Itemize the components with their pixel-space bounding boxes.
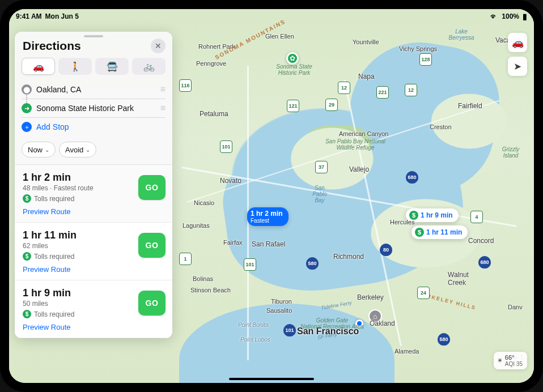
label-san-pablo-bay: San Pablo Bay	[303, 185, 337, 203]
battery-icon: ▮	[523, 12, 527, 21]
home-indicator[interactable]	[229, 378, 314, 380]
shield-12: 12	[338, 82, 350, 94]
city-stinson: Stinson Beach	[190, 287, 231, 293]
shield-24: 24	[417, 287, 430, 299]
destination-pin[interactable]: ✿	[286, 52, 299, 65]
tolls-label: Tolls required	[34, 310, 74, 318]
preview-route-link[interactable]: Preview Route	[23, 207, 71, 216]
preview-route-link[interactable]: Preview Route	[23, 323, 71, 331]
walk-icon: 🚶	[70, 61, 81, 72]
city-glen-ellen: Glen Ellen	[265, 33, 294, 40]
city-walnut-creek: Walnut Creek	[448, 271, 480, 287]
transport-walk-button[interactable]: 🚶	[58, 58, 92, 75]
locate-me-button[interactable]: ➤	[508, 57, 527, 76]
locate-icon: ➤	[514, 61, 521, 73]
depart-time-pill[interactable]: Now ⌄	[22, 142, 56, 157]
pill-label: Avoid	[65, 146, 83, 154]
shield-680: 680	[406, 171, 418, 184]
chevron-down-icon: ⌄	[86, 147, 90, 153]
city-richmond: Richmond	[333, 253, 364, 261]
add-stop-row[interactable]: ＋ Add Stop	[22, 118, 166, 136]
filter-row: Now ⌄ Avoid ⌄	[15, 136, 172, 164]
route-callout-alt2[interactable]: $ 1 hr 11 min	[412, 225, 468, 239]
close-button[interactable]: ✕	[151, 39, 166, 53]
car-icon: 🚗	[512, 37, 524, 49]
destination-label: Sonoma State Historic Park	[36, 104, 156, 113]
city-san-rafael: San Rafael	[252, 240, 285, 248]
shield-101: 101	[220, 140, 232, 153]
transport-bike-button[interactable]: 🚲	[132, 58, 166, 75]
route-option-3[interactable]: 1 hr 9 min 50 miles $ Tolls required GO …	[15, 280, 172, 338]
shield-4: 4	[470, 211, 483, 223]
city-alameda: Alameda	[394, 348, 419, 355]
weather-aqi: AQI 35	[505, 361, 523, 367]
panel-title: Directions	[23, 39, 81, 53]
status-date: Mon Jun 5	[45, 12, 79, 20]
toll-icon: $	[415, 228, 424, 237]
shield-116: 116	[179, 79, 192, 92]
label-pt-lobos: Point Lobos	[240, 336, 270, 343]
city-creston: Creston	[430, 123, 452, 130]
city-american-canyon: American Canyon	[339, 130, 388, 137]
city-berkeley: Berkeley	[357, 293, 384, 301]
weather-chip[interactable]: ☀ 66° AQI 35	[494, 352, 527, 369]
city-yountville: Yountville	[353, 39, 379, 45]
transport-mode-row: 🚗 🚶 🚍 🚲	[15, 58, 172, 80]
close-icon: ✕	[155, 41, 162, 50]
city-bolinas: Bolinas	[193, 275, 213, 282]
go-button[interactable]: GO	[138, 291, 166, 316]
pill-label: Now	[28, 146, 43, 154]
go-button[interactable]: GO	[138, 175, 166, 200]
label-spb-refuge: San Pablo Bay National Wildlife Refuge	[324, 138, 387, 151]
map-mode-button[interactable]: 🚗	[508, 33, 527, 52]
status-time: 9:41 AM	[16, 12, 42, 20]
city-vallejo: Vallejo	[349, 165, 369, 173]
stop-origin-row[interactable]: ⬤ Oakland, CA ≡	[22, 80, 166, 99]
label-grizzly: Grizzly Island	[497, 146, 525, 159]
preview-route-link[interactable]: Preview Route	[23, 265, 71, 274]
shield-221: 221	[376, 86, 389, 99]
add-stop-label: Add Stop	[36, 122, 166, 131]
transport-transit-button[interactable]: 🚍	[95, 58, 129, 75]
plus-icon: ＋	[22, 122, 32, 132]
route-time: 1 hr 11 min	[23, 229, 134, 241]
go-button[interactable]: GO	[138, 233, 166, 258]
avoid-pill[interactable]: Avoid ⌄	[59, 142, 96, 157]
tolls-label: Tolls required	[34, 195, 74, 203]
city-vichy: Vichy Springs	[399, 45, 437, 52]
weather-temp: 66°	[505, 354, 515, 361]
route-subtitle: 62 miles	[23, 242, 134, 250]
directions-panel: Directions ✕ 🚗 🚶 🚍 🚲 ⬤ Oakland, CA ≡	[15, 32, 172, 338]
stop-destination-row[interactable]: ➜ Sonoma State Historic Park ≡	[22, 99, 166, 118]
transit-icon: 🚍	[107, 61, 118, 72]
route-subtitle: 50 miles	[23, 300, 134, 308]
city-danville: Danv	[508, 304, 523, 310]
route-callout-primary[interactable]: 1 hr 2 min Fastest	[247, 207, 289, 226]
city-napa: Napa	[358, 73, 375, 80]
panel-grabber[interactable]	[84, 35, 103, 37]
route-option-1[interactable]: 1 hr 2 min 48 miles · Fastest route $ To…	[15, 165, 172, 223]
reorder-handle[interactable]: ≡	[160, 84, 166, 95]
shield-101: 101	[244, 258, 256, 271]
wifi-icon: ᯤ	[490, 12, 498, 21]
transport-drive-button[interactable]: 🚗	[22, 58, 55, 75]
tolls-label: Tolls required	[34, 253, 74, 261]
route-option-2[interactable]: 1 hr 11 min 62 miles $ Tolls required GO…	[15, 223, 172, 280]
city-sausalito: Sausalito	[266, 307, 292, 314]
label-sonoma-park: Sonoma State Historic Park	[269, 63, 320, 76]
reorder-handle[interactable]: ≡	[160, 103, 166, 113]
callout-sub: Fastest	[251, 218, 283, 224]
toll-icon: $	[23, 252, 31, 261]
shield-80: 80	[380, 244, 392, 256]
car-icon: 🚗	[33, 61, 44, 72]
weather-icon: ☀	[497, 357, 503, 364]
route-time: 1 hr 9 min	[23, 287, 134, 299]
label-ggnra: Golden Gate National Recreation Area	[298, 317, 366, 330]
shield-101: 101	[283, 324, 296, 336]
battery-percent: 100%	[502, 12, 519, 20]
shield-12: 12	[405, 84, 417, 96]
shield-128: 128	[419, 53, 432, 66]
shield-1: 1	[179, 253, 192, 265]
city-penngrove: Penngrove	[196, 60, 226, 67]
city-oakland: Oakland	[370, 319, 395, 327]
